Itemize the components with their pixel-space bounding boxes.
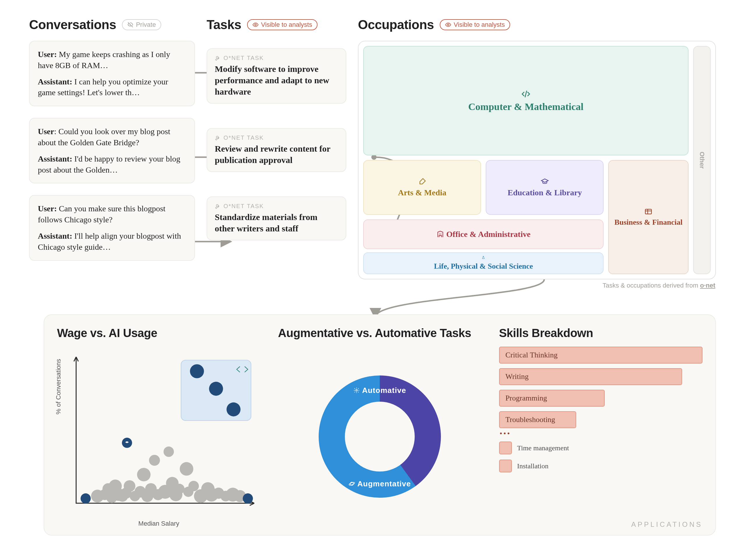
svg-rect-8 — [645, 209, 652, 214]
task-eyebrow-label: O*NET TASK — [224, 55, 264, 61]
tile-office-admin: Office & Administrative — [363, 219, 604, 249]
task-eyebrow-label: O*NET TASK — [224, 203, 264, 210]
task-card: O*NET TASK Review and rewrite content fo… — [206, 128, 346, 172]
donut-title: Augmentative vs. Automative Tasks — [278, 326, 481, 340]
visible-badge: Visible to analysts — [440, 19, 510, 30]
task-eyebrow-label: O*NET TASK — [224, 134, 264, 141]
svg-point-26 — [164, 446, 174, 457]
task-card: O*NET TASK Standardize materials from ot… — [206, 196, 346, 241]
svg-point-42 — [109, 480, 122, 493]
augment-vs-automate: Augmentative vs. Automative Tasks Automa… — [278, 326, 481, 526]
skill-bar: Critical Thinking — [499, 347, 703, 364]
task-card: O*NET TASK Modify software to improve pe… — [206, 48, 346, 104]
svg-point-7 — [447, 24, 449, 26]
task-text: Review and rewrite content for publicati… — [215, 143, 338, 166]
user-text: : Could you look over my blog post about… — [38, 127, 170, 147]
conversation-card: User: Can you make sure this blogpost fo… — [29, 195, 195, 260]
skill-small-row: Time management — [499, 441, 703, 454]
user-label: User: — [38, 50, 57, 59]
visible-badge-label: Visible to analysts — [261, 21, 312, 29]
svg-point-23 — [149, 455, 160, 466]
user-text: My game keeps crashing as I only have 8G… — [38, 50, 170, 70]
tile-education-library: Education & Library — [486, 160, 604, 215]
arc-automative: Automative — [353, 386, 406, 395]
tasks-title: Tasks — [206, 18, 241, 32]
svg-point-47 — [356, 390, 357, 391]
task-text: Modify software to improve performance a… — [215, 63, 338, 97]
tile-label: Arts & Media — [398, 188, 446, 197]
svg-point-49 — [349, 482, 355, 486]
onet-brand: o·net — [700, 282, 715, 289]
svg-point-12 — [226, 403, 240, 416]
wage-xlabel: Median Salary — [138, 520, 179, 527]
assistant-label: Assistant: — [38, 231, 72, 241]
tile-business-financial: Business & Financial — [608, 160, 688, 274]
conversation-card: User: My game keeps crashing as I only h… — [29, 41, 195, 106]
ellipsis-icon: ••• — [500, 429, 702, 438]
private-badge: Private — [122, 19, 161, 30]
eye-icon — [445, 22, 451, 28]
svg-point-6 — [255, 24, 256, 26]
arc-augmentative: Augmentative — [349, 479, 411, 488]
skills-breakdown: Skills Breakdown Critical ThinkingWritin… — [499, 326, 703, 526]
tile-label: Business & Financial — [614, 218, 682, 227]
task-text: Standardize materials from other writers… — [215, 211, 338, 234]
code-icon — [521, 89, 531, 99]
svg-point-29 — [174, 484, 185, 494]
wage-ylabel: % of Conversations — [55, 359, 62, 414]
visible-badge-label: Visible to analysts — [454, 21, 505, 29]
tile-arts-media: Arts & Media — [363, 160, 481, 215]
tile-other: Other — [693, 46, 711, 274]
applications-panel: Wage vs. AI Usage % of Conversations — [44, 314, 716, 535]
wage-vs-ai-usage: Wage vs. AI Usage % of Conversations — [57, 326, 260, 526]
paintbrush-icon — [418, 178, 426, 186]
svg-point-30 — [180, 462, 194, 476]
tile-label: Life, Physical & Social Science — [434, 262, 533, 271]
wage-scatter-chart — [57, 347, 260, 526]
conversation-card: User: Could you look over my blog post a… — [29, 118, 195, 183]
applications-footer-label: APPLICATIONS — [631, 521, 703, 529]
svg-point-11 — [209, 382, 223, 396]
skill-bar: Troubleshooting — [499, 411, 577, 428]
tile-label: Office & Administrative — [446, 230, 530, 239]
occupations-column: Occupations Visible to analysts Computer… — [358, 18, 716, 279]
wrench-icon — [215, 55, 221, 61]
svg-point-21 — [137, 468, 151, 481]
tile-label: Computer & Mathematical — [468, 101, 583, 112]
arc-label-text: Automative — [362, 386, 406, 395]
tile-science: Life, Physical & Social Science — [363, 252, 604, 274]
occupations-treemap: Computer & Mathematical Arts & Media Edu… — [358, 41, 716, 279]
assistant-label: Assistant: — [38, 154, 72, 163]
skill-chip — [499, 441, 512, 454]
private-badge-label: Private — [136, 21, 156, 29]
user-text: Can you make sure this blogpost follows … — [38, 204, 166, 224]
table-icon — [644, 208, 652, 216]
conversations-title: Conversations — [29, 18, 116, 32]
visible-badge: Visible to analysts — [247, 19, 318, 30]
wrench-icon — [215, 135, 221, 141]
svg-point-18 — [124, 480, 135, 492]
skills-title: Skills Breakdown — [499, 326, 703, 340]
assistant-label: Assistant: — [38, 77, 72, 86]
skills-bars: Critical ThinkingWritingProgrammingTroub… — [499, 347, 703, 428]
eye-off-icon — [127, 22, 134, 28]
tasks-column: Tasks Visible to analysts O*NET TASK Mod… — [206, 18, 346, 241]
user-label: User: — [38, 204, 57, 213]
skills-tail: Time managementInstallation — [499, 441, 703, 472]
footer-prefix: Tasks & occupations derived from — [603, 282, 700, 289]
wage-title: Wage vs. AI Usage — [57, 326, 260, 340]
building-icon — [436, 230, 444, 238]
conversations-column: Conversations Private User: My game keep… — [29, 18, 195, 273]
tile-computer-mathematical: Computer & Mathematical — [363, 46, 688, 155]
flask-icon — [480, 256, 487, 259]
occupations-footer: Tasks & occupations derived from o·net — [603, 282, 715, 289]
svg-point-46 — [243, 493, 253, 503]
tile-label: Education & Library — [508, 188, 582, 197]
svg-point-43 — [117, 491, 128, 502]
skill-small-row: Installation — [499, 460, 703, 472]
wrench-icon — [215, 204, 221, 209]
skill-bar: Writing — [499, 368, 682, 385]
svg-point-32 — [188, 481, 199, 491]
user-label: User — [38, 127, 54, 136]
arc-label-text: Augmentative — [357, 479, 411, 488]
